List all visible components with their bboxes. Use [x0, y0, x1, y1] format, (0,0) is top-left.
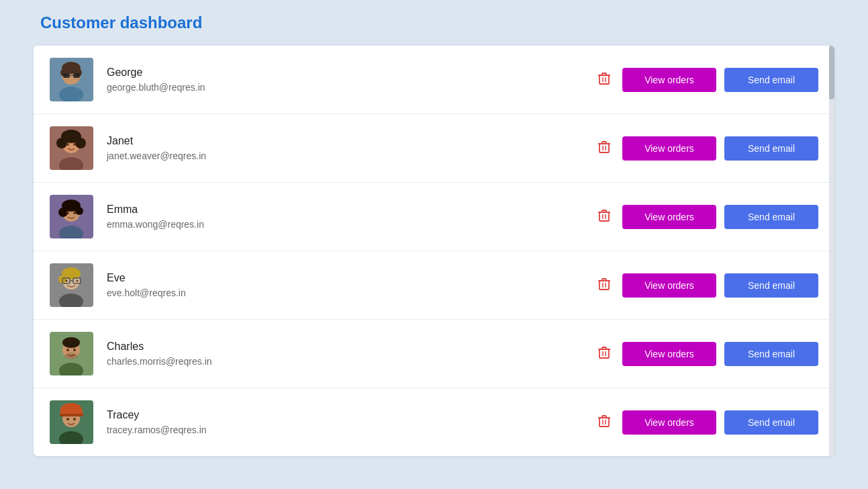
svg-point-21 [66, 130, 76, 139]
delete-button-eve[interactable] [597, 276, 612, 294]
customer-name-janet: Janet [107, 135, 597, 147]
avatar-janet [50, 126, 93, 170]
customer-info-tracey: Tracey tracey.ramos@reqres.in [107, 409, 597, 435]
send-email-button-tracey[interactable]: Send email [724, 410, 818, 435]
customer-info-eve: Eve eve.holt@reqres.in [107, 272, 597, 298]
row-actions-george: View orders Send email [597, 68, 818, 92]
customer-name-charles: Charles [107, 341, 597, 353]
row-actions-janet: View orders Send email [597, 136, 818, 161]
svg-point-20 [75, 138, 86, 148]
view-orders-button-eve[interactable]: View orders [622, 273, 716, 298]
customer-row: Tracey tracey.ramos@reqres.in View order… [34, 388, 834, 456]
send-email-button-george[interactable]: Send email [724, 68, 818, 92]
svg-point-62 [66, 349, 69, 351]
scrollbar-thumb[interactable] [829, 46, 834, 99]
customer-email-eve: eve.holt@reqres.in [107, 287, 597, 298]
customer-info-emma: Emma emma.wong@reqres.in [107, 204, 597, 230]
row-actions-emma: View orders Send email [597, 205, 818, 229]
delete-button-tracey[interactable] [597, 413, 612, 431]
svg-rect-64 [599, 349, 609, 358]
customer-email-tracey: tracey.ramos@reqres.in [107, 425, 597, 435]
view-orders-button-tracey[interactable]: View orders [622, 410, 716, 435]
send-email-button-eve[interactable]: Send email [724, 273, 818, 298]
svg-point-63 [73, 349, 76, 351]
avatar-tracey [50, 400, 93, 444]
row-actions-charles: View orders Send email [597, 342, 818, 366]
svg-rect-24 [599, 144, 609, 152]
view-orders-button-charles[interactable]: View orders [622, 342, 716, 366]
delete-button-george[interactable] [597, 71, 612, 89]
customer-list: George george.bluth@reqres.in View order… [34, 46, 834, 456]
send-email-button-charles[interactable]: Send email [724, 342, 818, 366]
scrollbar-track[interactable] [829, 46, 834, 456]
svg-point-60 [62, 337, 80, 348]
customer-email-george: george.bluth@reqres.in [107, 82, 597, 93]
svg-rect-52 [599, 281, 609, 290]
svg-point-22 [66, 143, 69, 146]
customer-row: Janet janet.weaver@reqres.in View orders… [34, 114, 834, 183]
svg-point-76 [73, 418, 76, 420]
customer-name-tracey: Tracey [107, 409, 597, 421]
send-email-button-emma[interactable]: Send email [724, 205, 818, 229]
svg-rect-8 [73, 73, 80, 78]
svg-point-75 [66, 418, 69, 420]
customer-email-janet: janet.weaver@reqres.in [107, 150, 597, 161]
svg-rect-77 [599, 418, 609, 427]
svg-point-36 [73, 212, 76, 214]
svg-rect-7 [63, 73, 70, 78]
avatar-emma [50, 195, 93, 238]
svg-point-23 [73, 143, 76, 146]
customer-info-charles: Charles charles.morris@reqres.in [107, 341, 597, 367]
svg-point-19 [56, 138, 67, 148]
svg-rect-74 [60, 414, 83, 416]
svg-point-50 [66, 280, 68, 282]
customer-info-george: George george.bluth@reqres.in [107, 66, 597, 93]
svg-point-51 [77, 280, 79, 282]
view-orders-button-janet[interactable]: View orders [622, 136, 716, 161]
customer-info-janet: Janet janet.weaver@reqres.in [107, 135, 597, 161]
svg-point-35 [66, 212, 69, 214]
page-title: Customer dashboard [27, 13, 841, 32]
customer-email-emma: emma.wong@reqres.in [107, 219, 597, 230]
svg-point-33 [58, 208, 68, 217]
row-actions-eve: View orders Send email [597, 273, 818, 298]
svg-point-34 [75, 207, 83, 215]
customer-name-emma: Emma [107, 204, 597, 216]
svg-rect-37 [599, 212, 609, 221]
avatar-charles [50, 332, 93, 375]
view-orders-button-george[interactable]: View orders [622, 68, 716, 92]
view-orders-button-emma[interactable]: View orders [622, 205, 716, 229]
avatar-eve [50, 263, 93, 307]
delete-button-emma[interactable] [597, 208, 612, 226]
svg-rect-10 [599, 75, 609, 84]
avatar-george [50, 58, 93, 101]
send-email-button-janet[interactable]: Send email [724, 136, 818, 161]
delete-button-charles[interactable] [597, 345, 612, 363]
customer-email-charles: charles.morris@reqres.in [107, 356, 597, 367]
customer-row: Eve eve.holt@reqres.in View orders Send … [34, 251, 834, 320]
customer-row: Emma emma.wong@reqres.in View orders Sen… [34, 183, 834, 251]
customer-row: George george.bluth@reqres.in View order… [34, 46, 834, 114]
customer-name-george: George [107, 66, 597, 79]
customer-row: Charles charles.morris@reqres.in View or… [34, 320, 834, 388]
row-actions-tracey: View orders Send email [597, 410, 818, 435]
delete-button-janet[interactable] [597, 139, 612, 157]
customer-name-eve: Eve [107, 272, 597, 284]
